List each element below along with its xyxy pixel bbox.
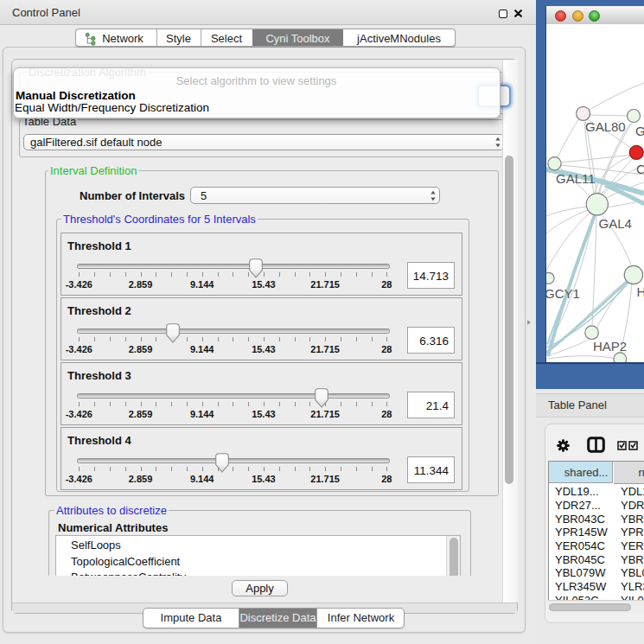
svg-text:GAL80: GAL80 bbox=[585, 119, 626, 134]
svg-text:GAL11: GAL11 bbox=[556, 171, 596, 186]
svg-text:G: G bbox=[635, 124, 644, 138]
svg-text:GAL4: GAL4 bbox=[599, 216, 632, 231]
svg-text:HAP2: HAP2 bbox=[593, 339, 627, 354]
svg-text:C: C bbox=[636, 162, 644, 176]
svg-text:H: H bbox=[637, 284, 644, 299]
svg-text:GCY1: GCY1 bbox=[546, 286, 580, 301]
